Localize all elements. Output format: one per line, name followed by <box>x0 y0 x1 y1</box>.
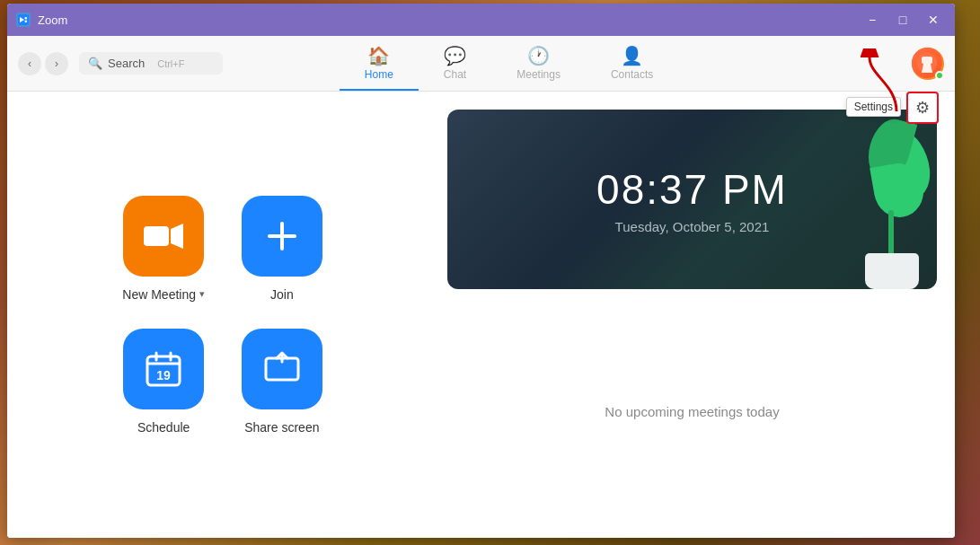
forward-button[interactable]: › <box>45 52 68 75</box>
nav-arrows: ‹ › <box>18 52 68 75</box>
left-panel: New Meeting ▾ Join <box>7 92 438 538</box>
meetings-section: No upcoming meetings today <box>447 303 937 520</box>
right-panel: 08:37 PM Tuesday, October 5, 2021 No upc… <box>438 92 955 538</box>
join-action[interactable]: Join <box>241 196 323 302</box>
nav-tabs: 🏠 Home 💬 Chat 🕐 Meetings 👤 Contacts <box>340 36 678 91</box>
search-box[interactable]: 🔍 Search Ctrl+F <box>79 52 223 75</box>
chat-icon: 💬 <box>444 45 466 66</box>
new-meeting-text: New Meeting <box>122 287 196 302</box>
new-meeting-button[interactable] <box>123 196 204 277</box>
settings-area: ⚙ Settings <box>906 92 939 124</box>
online-status-dot <box>935 71 944 80</box>
minimize-button[interactable]: − <box>860 11 885 29</box>
tab-chat-label: Chat <box>444 68 466 81</box>
tab-contacts[interactable]: 👤 Contacts <box>586 36 678 91</box>
clock-time: 08:37 PM <box>596 165 788 214</box>
schedule-button[interactable]: 19 <box>123 329 204 409</box>
main-window: Zoom − □ ✕ ‹ › 🔍 Search Ctrl+F 🏠 Home <box>7 4 955 538</box>
new-meeting-action[interactable]: New Meeting ▾ <box>122 196 205 302</box>
svg-marker-8 <box>171 224 183 249</box>
maximize-button[interactable]: □ <box>890 11 915 29</box>
join-label: Join <box>270 287 294 302</box>
close-button[interactable]: ✕ <box>921 11 946 29</box>
window-title: Zoom <box>38 13 860 27</box>
new-meeting-dropdown-arrow: ▾ <box>199 288 205 300</box>
schedule-label: Schedule <box>137 420 190 435</box>
profile-area <box>912 48 944 80</box>
svg-text:19: 19 <box>156 368 171 382</box>
join-text: Join <box>270 287 294 302</box>
clock-info: 08:37 PM Tuesday, October 5, 2021 <box>596 165 788 234</box>
new-meeting-label: New Meeting ▾ <box>122 287 205 302</box>
no-meetings-label: No upcoming meetings today <box>605 404 779 419</box>
share-screen-text: Share screen <box>244 420 319 435</box>
svg-rect-2 <box>25 17 28 20</box>
window-controls: − □ ✕ <box>860 11 946 29</box>
share-screen-action[interactable]: Share screen <box>241 329 323 435</box>
avatar[interactable] <box>912 48 944 80</box>
tab-home[interactable]: 🏠 Home <box>340 36 419 91</box>
tab-chat[interactable]: 💬 Chat <box>419 36 491 91</box>
back-button[interactable]: ‹ <box>18 52 41 75</box>
settings-button[interactable]: ⚙ <box>906 92 939 124</box>
main-content: New Meeting ▾ Join <box>7 92 955 538</box>
red-arrow-annotation <box>852 48 905 124</box>
contacts-icon: 👤 <box>621 45 643 66</box>
toolbar: ‹ › 🔍 Search Ctrl+F 🏠 Home 💬 Chat 🕐 Mee <box>7 36 955 92</box>
svg-marker-6 <box>922 64 932 73</box>
title-bar: Zoom − □ ✕ <box>7 4 955 36</box>
svg-rect-3 <box>25 21 28 23</box>
app-icon <box>16 13 31 27</box>
home-icon: 🏠 <box>367 45 390 66</box>
clock-widget: 08:37 PM Tuesday, October 5, 2021 <box>447 110 937 289</box>
search-shortcut: Ctrl+F <box>157 58 184 69</box>
tab-meetings-label: Meetings <box>516 68 561 81</box>
meetings-icon: 🕐 <box>527 45 550 66</box>
share-screen-label: Share screen <box>244 420 319 435</box>
schedule-text: Schedule <box>137 420 190 435</box>
plant-decoration <box>829 110 937 289</box>
tab-home-label: Home <box>365 68 393 81</box>
schedule-action[interactable]: 19 Schedule <box>122 329 205 435</box>
plant-pot <box>865 253 919 289</box>
clock-date: Tuesday, October 5, 2021 <box>596 219 788 234</box>
plant-stem <box>888 210 894 255</box>
share-screen-button[interactable] <box>242 329 322 409</box>
search-icon: 🔍 <box>88 57 102 70</box>
action-grid: New Meeting ▾ Join <box>122 196 322 435</box>
search-label: Search <box>108 57 145 70</box>
svg-rect-7 <box>144 226 169 246</box>
tab-meetings[interactable]: 🕐 Meetings <box>491 36 586 91</box>
svg-rect-5 <box>922 57 932 64</box>
join-button[interactable] <box>242 196 322 277</box>
tab-contacts-label: Contacts <box>611 68 653 81</box>
